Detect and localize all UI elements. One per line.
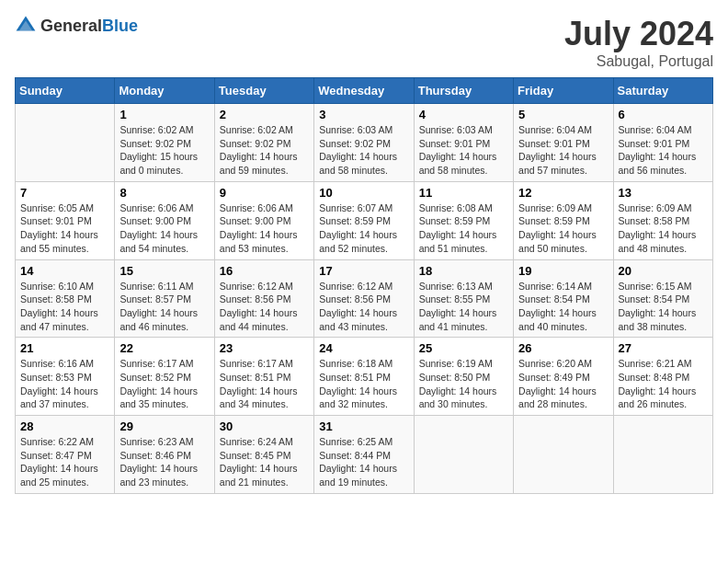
day-info: Sunrise: 6:09 AM Sunset: 8:59 PM Dayligh… (518, 201, 608, 256)
day-number: 25 (419, 341, 508, 355)
month-title: July 2024 (564, 15, 713, 53)
calendar-cell: 22Sunrise: 6:17 AM Sunset: 8:52 PM Dayli… (115, 338, 214, 416)
day-of-week-header: Tuesday (214, 78, 313, 104)
day-number: 30 (220, 419, 309, 433)
day-number: 16 (220, 264, 309, 278)
day-number: 10 (319, 186, 408, 200)
calendar-cell: 6Sunrise: 6:04 AM Sunset: 9:01 PM Daylig… (613, 104, 712, 182)
day-info: Sunrise: 6:10 AM Sunset: 8:58 PM Dayligh… (20, 280, 109, 334)
day-number: 29 (119, 419, 209, 433)
calendar-cell: 10Sunrise: 6:07 AM Sunset: 8:59 PM Dayli… (314, 181, 414, 259)
calendar-cell: 21Sunrise: 6:16 AM Sunset: 8:53 PM Dayli… (16, 338, 115, 416)
calendar-cell: 30Sunrise: 6:24 AM Sunset: 8:45 PM Dayli… (214, 416, 313, 494)
location-subtitle: Sabugal, Portugal (564, 53, 713, 70)
calendar-cell: 29Sunrise: 6:23 AM Sunset: 8:46 PM Dayli… (115, 416, 214, 494)
calendar-cell (16, 104, 115, 182)
day-number: 9 (220, 186, 309, 200)
calendar-cell: 8Sunrise: 6:06 AM Sunset: 9:00 PM Daylig… (115, 181, 214, 259)
day-number: 28 (20, 419, 109, 433)
day-of-week-header: Saturday (613, 78, 712, 104)
day-info: Sunrise: 6:20 AM Sunset: 8:49 PM Dayligh… (518, 357, 608, 411)
day-info: Sunrise: 6:04 AM Sunset: 9:01 PM Dayligh… (518, 123, 608, 178)
calendar-cell: 3Sunrise: 6:03 AM Sunset: 9:02 PM Daylig… (314, 104, 414, 182)
calendar-cell: 23Sunrise: 6:17 AM Sunset: 8:51 PM Dayli… (214, 338, 313, 416)
day-number: 12 (518, 186, 608, 200)
day-info: Sunrise: 6:22 AM Sunset: 8:47 PM Dayligh… (20, 435, 109, 489)
day-number: 27 (619, 341, 708, 355)
calendar-cell: 14Sunrise: 6:10 AM Sunset: 8:58 PM Dayli… (16, 259, 115, 338)
calendar-cell: 13Sunrise: 6:09 AM Sunset: 8:58 PM Dayli… (613, 181, 712, 259)
day-of-week-header: Monday (115, 78, 214, 104)
calendar-cell: 24Sunrise: 6:18 AM Sunset: 8:51 PM Dayli… (314, 338, 414, 416)
logo-blue: Blue (102, 17, 138, 35)
calendar-table: SundayMondayTuesdayWednesdayThursdayFrid… (15, 77, 713, 494)
day-number: 24 (319, 341, 408, 355)
calendar-week-row: 1Sunrise: 6:02 AM Sunset: 9:02 PM Daylig… (16, 104, 713, 182)
calendar-cell: 16Sunrise: 6:12 AM Sunset: 8:56 PM Dayli… (214, 259, 313, 338)
day-number: 11 (419, 186, 508, 200)
calendar-cell: 11Sunrise: 6:08 AM Sunset: 8:59 PM Dayli… (414, 181, 513, 259)
day-number: 31 (319, 419, 408, 433)
day-number: 4 (419, 108, 508, 121)
day-info: Sunrise: 6:03 AM Sunset: 9:02 PM Dayligh… (319, 123, 408, 178)
day-info: Sunrise: 6:17 AM Sunset: 8:51 PM Dayligh… (220, 357, 309, 411)
calendar-cell: 5Sunrise: 6:04 AM Sunset: 9:01 PM Daylig… (514, 104, 613, 182)
day-info: Sunrise: 6:16 AM Sunset: 8:53 PM Dayligh… (20, 357, 109, 411)
day-info: Sunrise: 6:24 AM Sunset: 8:45 PM Dayligh… (220, 435, 309, 489)
day-of-week-header: Wednesday (314, 78, 414, 104)
day-info: Sunrise: 6:07 AM Sunset: 8:59 PM Dayligh… (319, 201, 408, 256)
day-number: 22 (119, 341, 209, 355)
logo-general: General (40, 17, 102, 35)
day-info: Sunrise: 6:03 AM Sunset: 9:01 PM Dayligh… (419, 123, 508, 178)
day-info: Sunrise: 6:11 AM Sunset: 8:57 PM Dayligh… (119, 280, 209, 334)
day-info: Sunrise: 6:15 AM Sunset: 8:54 PM Dayligh… (619, 280, 708, 334)
calendar-week-row: 21Sunrise: 6:16 AM Sunset: 8:53 PM Dayli… (16, 338, 713, 416)
day-number: 8 (119, 186, 209, 200)
calendar-cell (414, 416, 513, 494)
day-number: 17 (319, 264, 408, 278)
calendar-cell: 12Sunrise: 6:09 AM Sunset: 8:59 PM Dayli… (514, 181, 613, 259)
day-info: Sunrise: 6:02 AM Sunset: 9:02 PM Dayligh… (220, 123, 309, 178)
calendar-cell: 17Sunrise: 6:12 AM Sunset: 8:56 PM Dayli… (314, 259, 414, 338)
day-info: Sunrise: 6:23 AM Sunset: 8:46 PM Dayligh… (119, 435, 209, 489)
calendar-cell: 27Sunrise: 6:21 AM Sunset: 8:48 PM Dayli… (613, 338, 712, 416)
day-info: Sunrise: 6:17 AM Sunset: 8:52 PM Dayligh… (119, 357, 209, 411)
day-number: 7 (20, 186, 109, 200)
day-number: 13 (619, 186, 708, 200)
page-header: GeneralBlue July 2024 Sabugal, Portugal (15, 15, 713, 70)
calendar-cell: 2Sunrise: 6:02 AM Sunset: 9:02 PM Daylig… (214, 104, 313, 182)
day-info: Sunrise: 6:12 AM Sunset: 8:56 PM Dayligh… (319, 280, 408, 334)
day-info: Sunrise: 6:25 AM Sunset: 8:44 PM Dayligh… (319, 435, 408, 489)
day-info: Sunrise: 6:06 AM Sunset: 9:00 PM Dayligh… (119, 201, 209, 256)
day-info: Sunrise: 6:21 AM Sunset: 8:48 PM Dayligh… (619, 357, 708, 411)
day-info: Sunrise: 6:14 AM Sunset: 8:54 PM Dayligh… (518, 280, 608, 334)
calendar-cell: 28Sunrise: 6:22 AM Sunset: 8:47 PM Dayli… (16, 416, 115, 494)
calendar-cell: 26Sunrise: 6:20 AM Sunset: 8:49 PM Dayli… (514, 338, 613, 416)
day-number: 3 (319, 108, 408, 121)
calendar-cell: 4Sunrise: 6:03 AM Sunset: 9:01 PM Daylig… (414, 104, 513, 182)
day-info: Sunrise: 6:19 AM Sunset: 8:50 PM Dayligh… (419, 357, 508, 411)
calendar-cell: 7Sunrise: 6:05 AM Sunset: 9:01 PM Daylig… (16, 181, 115, 259)
day-info: Sunrise: 6:13 AM Sunset: 8:55 PM Dayligh… (419, 280, 508, 334)
title-block: July 2024 Sabugal, Portugal (564, 15, 713, 70)
calendar-cell (514, 416, 613, 494)
calendar-week-row: 14Sunrise: 6:10 AM Sunset: 8:58 PM Dayli… (16, 259, 713, 338)
day-number: 26 (518, 341, 608, 355)
calendar-cell: 15Sunrise: 6:11 AM Sunset: 8:57 PM Dayli… (115, 259, 214, 338)
calendar-cell: 9Sunrise: 6:06 AM Sunset: 9:00 PM Daylig… (214, 181, 313, 259)
calendar-body: 1Sunrise: 6:02 AM Sunset: 9:02 PM Daylig… (16, 104, 713, 494)
day-number: 15 (119, 264, 209, 278)
day-info: Sunrise: 6:05 AM Sunset: 9:01 PM Dayligh… (20, 201, 109, 256)
day-of-week-header: Sunday (16, 78, 115, 104)
calendar-cell: 1Sunrise: 6:02 AM Sunset: 9:02 PM Daylig… (115, 104, 214, 182)
calendar-cell: 19Sunrise: 6:14 AM Sunset: 8:54 PM Dayli… (514, 259, 613, 338)
day-number: 6 (619, 108, 708, 121)
calendar-cell: 18Sunrise: 6:13 AM Sunset: 8:55 PM Dayli… (414, 259, 513, 338)
day-number: 14 (20, 264, 109, 278)
day-info: Sunrise: 6:06 AM Sunset: 9:00 PM Dayligh… (220, 201, 309, 256)
day-number: 21 (20, 341, 109, 355)
day-number: 19 (518, 264, 608, 278)
day-info: Sunrise: 6:02 AM Sunset: 9:02 PM Dayligh… (119, 123, 209, 178)
calendar-week-row: 7Sunrise: 6:05 AM Sunset: 9:01 PM Daylig… (16, 181, 713, 259)
day-number: 5 (518, 108, 608, 121)
